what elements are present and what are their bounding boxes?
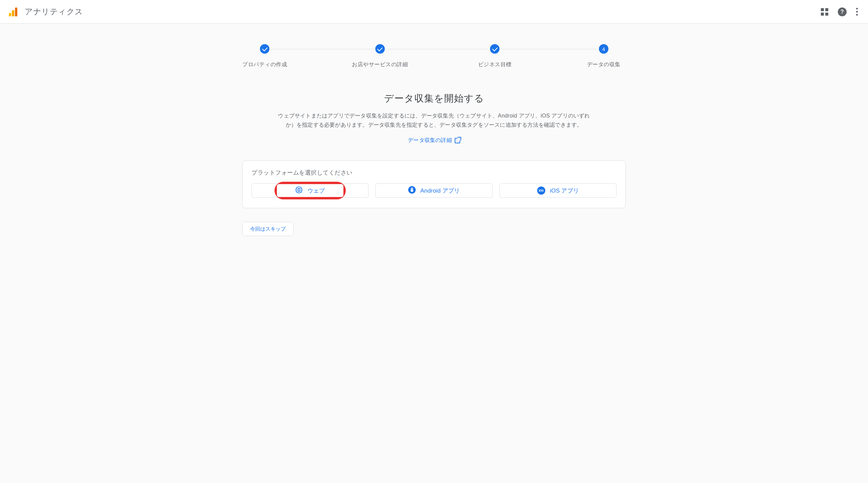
android-icon — [408, 186, 416, 195]
platform-web-button-wrapper: ウェブ — [251, 183, 369, 198]
external-link-icon — [455, 138, 460, 143]
setup-stepper: プロパティの作成 お店やサービスの詳細 ビジネス目標 4 データの収集 — [242, 44, 626, 68]
ios-icon: iOS — [537, 186, 545, 195]
step-number-badge: 4 — [599, 44, 608, 54]
platform-web-button[interactable]: ウェブ — [277, 184, 343, 197]
platform-card: プラットフォームを選択してください — [242, 160, 626, 208]
page-description: ウェブサイトまたはアプリでデータ収集を設定するには、データ収集先（ウェブサイト、… — [278, 111, 590, 129]
app-title: アナリティクス — [25, 6, 83, 17]
check-icon — [490, 44, 499, 54]
platform-android-label: Android アプリ — [420, 187, 460, 195]
page-title: データ収集を開始する — [242, 92, 626, 105]
platform-ios-button[interactable]: iOS iOS アプリ — [499, 183, 617, 198]
link-label: データ収集の詳細 — [408, 137, 452, 144]
svg-point-5 — [411, 188, 411, 189]
help-icon[interactable]: ? — [838, 7, 847, 16]
platform-prompt: プラットフォームを選択してください — [251, 169, 617, 177]
check-icon — [260, 44, 269, 54]
skip-button[interactable]: 今回はスキップ — [242, 222, 294, 236]
step-data-collection: 4 データの収集 — [582, 44, 626, 68]
app-header: アナリティクス ? — [0, 0, 868, 24]
globe-icon — [295, 186, 303, 195]
platform-ios-label: iOS アプリ — [550, 187, 579, 195]
data-collection-details-link[interactable]: データ収集の詳細 — [242, 137, 626, 144]
svg-point-6 — [412, 188, 413, 189]
step-business-details: お店やサービスの詳細 — [352, 44, 408, 68]
apps-grid-icon[interactable] — [821, 8, 828, 16]
platform-android-button[interactable]: Android アプリ — [375, 183, 492, 198]
analytics-logo-icon — [9, 7, 17, 16]
check-icon — [375, 44, 385, 54]
skip-label: 今回はスキップ — [250, 226, 286, 232]
platform-web-label: ウェブ — [307, 187, 325, 195]
step-property: プロパティの作成 — [242, 44, 287, 68]
more-menu-icon[interactable] — [856, 8, 858, 16]
annotation-highlight: ウェブ — [275, 182, 346, 199]
step-business-goals: ビジネス目標 — [473, 44, 517, 68]
